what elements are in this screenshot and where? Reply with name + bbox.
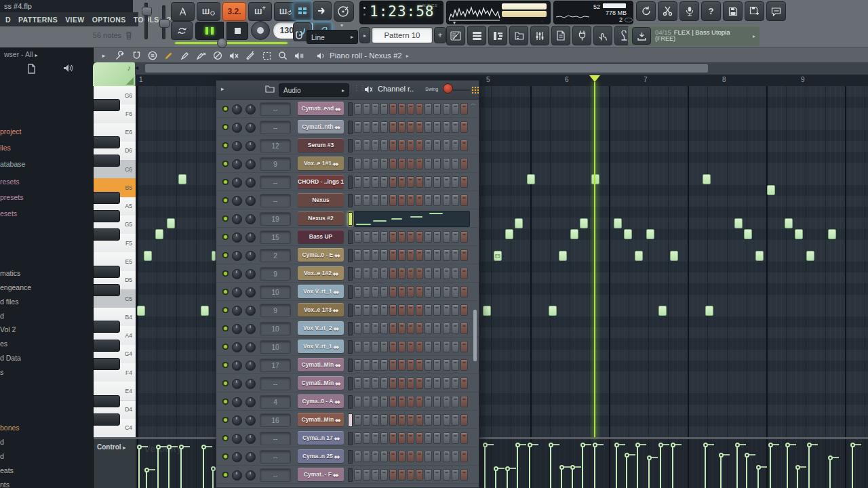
volume-knob[interactable] <box>245 123 256 133</box>
snap-magnet-icon[interactable] <box>131 50 142 61</box>
step-cell[interactable] <box>425 268 432 279</box>
toggle-channel-rack-button[interactable] <box>467 26 486 45</box>
channel-preview-indicator[interactable] <box>348 157 353 171</box>
mixer-track-number[interactable]: 4 <box>260 395 291 409</box>
midi-note[interactable] <box>155 229 163 239</box>
master-pitch-slider[interactable] <box>162 5 165 39</box>
step-cell[interactable] <box>433 158 441 169</box>
volume-knob[interactable] <box>245 287 256 298</box>
browser-item[interactable]: atabase <box>0 160 93 168</box>
step-cell[interactable] <box>354 323 361 334</box>
step-cell[interactable] <box>389 231 397 243</box>
volume-knob[interactable] <box>245 141 256 151</box>
volume-knob[interactable] <box>245 306 256 316</box>
step-cell[interactable] <box>372 231 379 243</box>
channel-button[interactable]: Cymati..ead◆◆ <box>298 102 344 115</box>
step-cell[interactable] <box>407 121 414 133</box>
step-cell[interactable] <box>460 451 468 462</box>
pan-knob[interactable] <box>232 379 242 389</box>
channel-preview-indicator[interactable] <box>348 359 353 372</box>
midi-note[interactable] <box>591 174 599 184</box>
zoom-icon[interactable] <box>277 50 288 61</box>
step-cell[interactable] <box>398 378 406 389</box>
step-cell[interactable] <box>443 359 450 371</box>
browser-item[interactable]: matics <box>0 269 93 277</box>
step-cell[interactable] <box>354 341 361 352</box>
browser-item[interactable]: d <box>0 452 93 460</box>
piano-key-black[interactable] <box>93 340 120 352</box>
step-cell[interactable] <box>372 304 379 316</box>
record-button[interactable] <box>251 21 270 40</box>
piano-key-black[interactable] <box>93 358 120 370</box>
step-cell[interactable] <box>363 304 370 316</box>
channel-button[interactable]: Vox..e 1#1◆◆ <box>298 157 344 170</box>
step-cell[interactable] <box>407 103 414 115</box>
channel-preview-indicator[interactable] <box>348 450 353 464</box>
step-cell[interactable] <box>398 323 406 334</box>
channel-button[interactable]: Cyma..n 17◆◆ <box>298 431 344 445</box>
midi-note[interactable] <box>734 218 743 228</box>
step-cell[interactable] <box>433 195 441 206</box>
step-cell[interactable] <box>452 268 459 279</box>
step-cell[interactable] <box>425 432 432 444</box>
step-cell[interactable] <box>380 231 388 243</box>
mixer-track-number[interactable]: 10 <box>260 285 291 299</box>
step-cell[interactable] <box>380 176 388 188</box>
channel-enable-led[interactable] <box>222 179 229 185</box>
step-cell[interactable] <box>407 249 414 261</box>
step-cell[interactable] <box>389 396 397 407</box>
browser-item[interactable]: es <box>0 340 93 348</box>
step-cell[interactable] <box>354 286 361 298</box>
channel-button[interactable]: Cyma..0 - E◆◆ <box>298 248 344 262</box>
step-cell[interactable] <box>363 323 370 334</box>
step-cell[interactable] <box>398 121 406 133</box>
pan-knob[interactable] <box>232 269 242 279</box>
step-cell[interactable] <box>372 323 379 334</box>
step-cell[interactable] <box>363 378 370 389</box>
midi-note[interactable] <box>178 174 186 184</box>
step-cell[interactable] <box>452 195 459 206</box>
step-cell[interactable] <box>416 304 423 316</box>
step-cell[interactable] <box>380 195 388 206</box>
step-cell[interactable] <box>416 451 423 462</box>
step-cell[interactable] <box>407 451 414 462</box>
piano-key-black[interactable] <box>93 192 120 204</box>
browser-item[interactable]: bones <box>0 424 93 432</box>
step-cell[interactable] <box>380 304 388 316</box>
channel-enable-led[interactable] <box>222 435 229 441</box>
help-button[interactable]: ? <box>701 1 721 21</box>
step-cell[interactable] <box>452 176 459 188</box>
scroll-left-button[interactable]: ◂ <box>135 64 138 71</box>
step-cell[interactable] <box>416 176 423 188</box>
step-cell[interactable] <box>407 140 414 151</box>
menu-circle-icon[interactable] <box>147 50 158 61</box>
mixer-track-number[interactable]: -- <box>260 468 291 482</box>
step-cell[interactable] <box>433 323 441 334</box>
rack-speaker-icon[interactable] <box>364 85 374 94</box>
step-cell[interactable] <box>363 341 370 352</box>
piano-key-black[interactable] <box>93 155 120 167</box>
step-cell[interactable] <box>407 414 414 426</box>
sync-button[interactable] <box>636 1 656 21</box>
step-cell[interactable] <box>372 341 379 352</box>
step-cell[interactable] <box>389 304 397 316</box>
step-cell[interactable] <box>372 359 379 371</box>
pan-knob[interactable] <box>232 470 242 481</box>
channel-enable-led[interactable] <box>222 106 229 112</box>
channel-display-filter-icon[interactable] <box>471 86 479 94</box>
step-cell[interactable] <box>416 158 423 169</box>
step-cell[interactable] <box>443 249 450 261</box>
pattern-song-swap-button[interactable] <box>171 21 193 40</box>
channel-button[interactable]: Cyma..n 25◆◆ <box>298 449 344 463</box>
step-cell[interactable] <box>460 414 468 426</box>
step-cell[interactable] <box>398 451 406 462</box>
channel-enable-led[interactable] <box>222 417 229 423</box>
mixer-track-number[interactable]: 15 <box>260 230 291 244</box>
step-cell[interactable] <box>398 432 406 444</box>
step-cell[interactable] <box>407 268 414 279</box>
step-cell[interactable] <box>433 286 441 298</box>
pause-button[interactable] <box>195 22 224 40</box>
step-cell[interactable] <box>460 469 468 481</box>
step-cell[interactable] <box>380 378 388 389</box>
file-icon[interactable] <box>27 64 36 74</box>
